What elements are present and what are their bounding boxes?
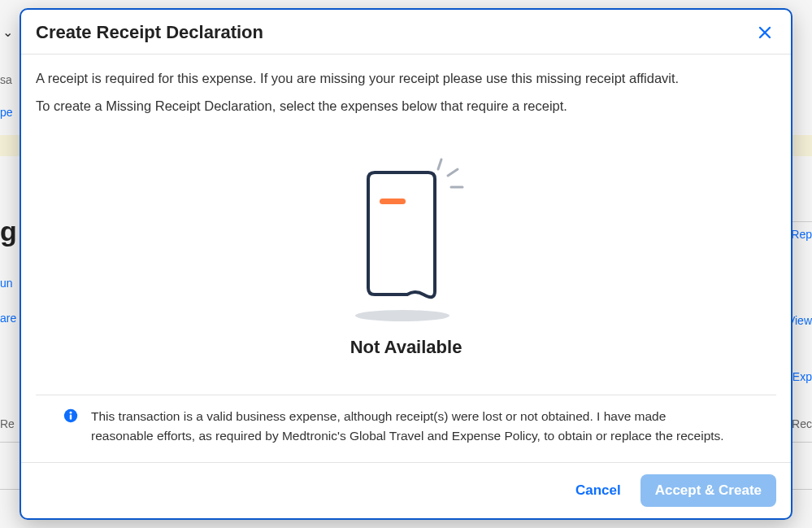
svg-rect-3 (380, 199, 406, 204)
accept-create-button[interactable]: Accept & Create (640, 474, 776, 507)
bg-text: sa (0, 73, 12, 86)
modal-footer: Cancel Accept & Create (21, 462, 791, 518)
empty-state: Not Available (36, 124, 776, 380)
declaration-info: This transaction is a valid business exp… (36, 395, 776, 462)
bg-heading: g (0, 216, 17, 247)
close-icon (758, 25, 772, 40)
intro-text-1: A receipt is required for this expense. … (36, 69, 776, 89)
not-available-label: Not Available (350, 337, 462, 358)
svg-rect-7 (70, 415, 72, 420)
modal-title: Create Receipt Declaration (36, 22, 263, 43)
bg-link: are (0, 312, 16, 325)
modal-header: Create Receipt Declaration (21, 10, 791, 55)
close-button[interactable] (753, 21, 776, 44)
bg-link: pe (0, 106, 13, 119)
create-receipt-declaration-modal: Create Receipt Declaration A receipt is … (20, 8, 792, 520)
declaration-text: This transaction is a valid business exp… (91, 407, 725, 446)
svg-point-6 (70, 412, 72, 414)
cancel-button[interactable]: Cancel (571, 476, 626, 505)
svg-line-1 (448, 169, 458, 176)
modal-body: A receipt is required for this expense. … (21, 55, 791, 462)
receipt-illustration-icon (337, 155, 475, 325)
svg-line-0 (438, 159, 441, 169)
bg-column-header: Rec (792, 417, 812, 430)
bg-link: un (0, 277, 13, 290)
bg-text: Re (0, 417, 15, 430)
svg-point-4 (355, 310, 449, 321)
info-icon (63, 408, 78, 423)
intro-text-2: To create a Missing Receipt Declaration,… (36, 97, 776, 116)
chevron-down-icon: ⌄ (2, 24, 13, 40)
